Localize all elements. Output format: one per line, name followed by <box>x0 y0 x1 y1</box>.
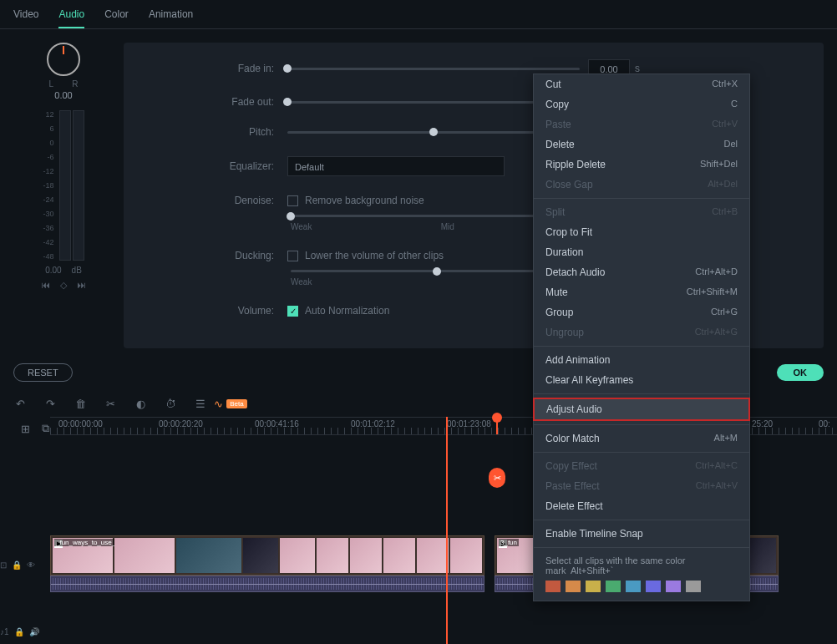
ok-button[interactable]: OK <box>777 364 824 381</box>
property-tabs: Video Audio Color Animation <box>0 0 837 29</box>
ctx-ripple-delete[interactable]: Ripple DeleteShift+Del <box>534 155 749 175</box>
tab-animation[interactable]: Animation <box>149 8 193 28</box>
crop-icon[interactable]: ◐ <box>134 397 147 410</box>
ducking-label: Ducking: <box>216 250 274 261</box>
balance-value: 0.00 <box>54 90 72 100</box>
pitch-slider[interactable] <box>429 128 438 136</box>
equalizer-select[interactable]: Default <box>287 156 505 176</box>
delete-icon[interactable]: 🗑 <box>74 397 87 410</box>
vu-right <box>73 110 84 261</box>
playhead[interactable]: ✂ <box>496 418 498 434</box>
ctx-select-color-label: Select all clips with the same color mar… <box>534 551 749 577</box>
audio-track-icon: ♪1 <box>0 627 9 636</box>
snap-icon[interactable]: ⊞ <box>18 422 32 435</box>
fade-in-unit: s <box>635 63 640 74</box>
tab-video[interactable]: Video <box>13 8 38 28</box>
kf-prev-icon[interactable]: ⏮ <box>41 280 50 291</box>
ctx-copy[interactable]: CopyC <box>534 94 749 114</box>
speed-icon[interactable]: ⏱ <box>164 397 177 410</box>
ctx-crop[interactable]: Crop to Fit <box>534 222 749 242</box>
track-lock-icon[interactable]: ⊡ <box>0 560 7 570</box>
auto-normalize-label: Auto Normalization <box>305 305 389 317</box>
ctx-ungroup: UngroupCtrl+Alt+G <box>534 322 749 342</box>
adjust-icon[interactable]: ☰ <box>194 397 207 410</box>
level-meters: LR 0.00 1260-6-12-18-24-30-36-42-48 0.00… <box>13 43 114 348</box>
track-visibility-icon[interactable]: 🔒 <box>12 560 22 570</box>
ducking-slider[interactable] <box>433 267 441 276</box>
kf-next-icon[interactable]: ⏭ <box>77 280 86 291</box>
ctx-split: SplitCtrl+B <box>534 202 749 222</box>
reset-button[interactable]: RESET <box>13 363 73 382</box>
meter-value: 0.00 <box>45 266 61 275</box>
color-swatch[interactable] <box>626 581 641 592</box>
redo-icon[interactable]: ↷ <box>43 397 57 410</box>
ducking-checkbox-label: Lower the volume of other clips <box>305 250 444 261</box>
color-swatch[interactable] <box>586 581 601 592</box>
fade-out-label: Fade out: <box>216 96 274 108</box>
denoise-checkbox-label: Remove background noise <box>305 195 424 206</box>
color-swatch[interactable] <box>606 581 621 592</box>
pitch-label: Pitch: <box>216 126 274 138</box>
color-swatch[interactable] <box>566 581 581 592</box>
beta-badge: Beta <box>226 399 246 408</box>
balance-knob[interactable] <box>47 43 80 76</box>
fade-in-label: Fade in: <box>216 63 274 74</box>
track-eye-icon[interactable]: 👁 <box>27 560 35 570</box>
color-swatch[interactable] <box>646 581 661 592</box>
ctx-cut[interactable]: CutCtrl+X <box>534 74 749 94</box>
ctx-color-match[interactable]: Color MatchAlt+M <box>534 428 749 449</box>
ctx-paste-effect: Paste EffectCtrl+Alt+V <box>534 476 749 496</box>
color-swatch[interactable] <box>545 581 561 592</box>
kf-toggle-icon[interactable]: ◇ <box>60 280 67 291</box>
undo-icon[interactable]: ↶ <box>13 397 27 410</box>
ctx-adjust-audio[interactable]: Adjust Audio <box>533 398 750 421</box>
ctx-group[interactable]: GroupCtrl+G <box>534 302 749 322</box>
volume-label: Volume: <box>216 305 274 317</box>
denoise-slider[interactable] <box>287 212 295 221</box>
ctx-duration[interactable]: Duration <box>534 242 749 262</box>
audio-lock-icon[interactable]: 🔒 <box>14 627 24 636</box>
ctx-color-swatches <box>534 577 749 601</box>
label-r: R <box>72 79 78 89</box>
ctx-paste: PasteCtrl+V <box>534 114 749 134</box>
tab-audio[interactable]: Audio <box>58 8 84 28</box>
ducking-checkbox[interactable] <box>287 251 298 261</box>
tab-color[interactable]: Color <box>104 8 129 28</box>
ctx-add-animation[interactable]: Add Animation <box>534 350 749 370</box>
audio-wave-icon[interactable]: ∿Beta <box>224 397 237 410</box>
ctx-detach-audio[interactable]: Detach AudioCtrl+Alt+D <box>534 262 749 282</box>
clip-label-2: 3_fun <box>499 539 519 546</box>
ctx-clear-keyframes[interactable]: Clear All Keyframes <box>534 370 749 390</box>
ctx-delete-effect[interactable]: Delete Effect <box>534 496 749 516</box>
denoise-label: Denoise: <box>216 195 274 206</box>
context-menu: CutCtrl+X CopyC PasteCtrl+V DeleteDel Ri… <box>533 74 750 601</box>
equalizer-label: Equalizer: <box>216 160 274 172</box>
fade-out-slider[interactable] <box>283 98 292 106</box>
audio-mute-icon[interactable]: 🔊 <box>29 627 39 636</box>
auto-normalize-checkbox[interactable]: ✓ <box>287 306 298 317</box>
ctx-copy-effect: Copy EffectCtrl+Alt+C <box>534 456 749 476</box>
ctx-delete[interactable]: DeleteDel <box>534 134 749 155</box>
ctx-timeline-snap[interactable]: Enable Timeline Snap <box>534 524 749 544</box>
fade-in-slider[interactable] <box>283 64 292 73</box>
vu-scale: 1260-6-12-18-24-30-36-42-48 <box>43 110 57 261</box>
label-l: L <box>49 79 54 89</box>
meter-unit: dB <box>72 266 82 275</box>
color-swatch[interactable] <box>686 581 701 592</box>
color-swatch[interactable] <box>666 581 681 592</box>
ctx-mute[interactable]: MuteCtrl+Shift+M <box>534 282 749 302</box>
vu-left <box>59 110 71 261</box>
split-icon[interactable]: ✂ <box>104 397 117 410</box>
split-handle-icon[interactable]: ✂ <box>489 468 505 488</box>
ctx-close-gap: Close GapAlt+Del <box>534 175 749 195</box>
denoise-checkbox[interactable] <box>287 195 298 206</box>
